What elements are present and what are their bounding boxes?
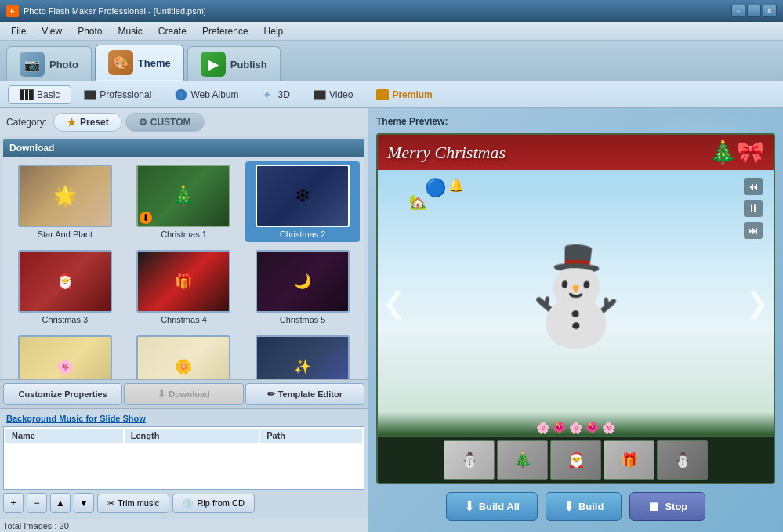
- theme-thumb-y2: 🌼: [136, 335, 230, 379]
- custom-icon: ⚙: [139, 117, 147, 128]
- tab-photo-label: Photo: [49, 59, 78, 71]
- menu-music[interactable]: Music: [111, 24, 150, 38]
- film-thumb-5: ⛄: [657, 440, 708, 480]
- theme-item-xmas4[interactable]: 🎁 Christmas 4: [127, 247, 241, 328]
- theme-item-xmas1[interactable]: 🎄 ⬇ Christmas 1: [127, 161, 241, 242]
- music-up-button[interactable]: ▲: [50, 493, 71, 513]
- publish-icon: ▶: [201, 52, 226, 77]
- left-panel: Category: ★ Preset ⚙ CUSTOM Download 🌟: [0, 108, 368, 532]
- total-images: Total Images : 20: [0, 519, 368, 532]
- tab-publish[interactable]: ▶ Publish: [187, 46, 281, 81]
- music-section: Background Music for Slide Show Name Len…: [0, 408, 368, 519]
- theme-thumb-xmas5: 🌙: [256, 250, 350, 313]
- build-icon: ⬇: [564, 499, 574, 514]
- holly-decoration: 🎄🎀: [709, 139, 764, 165]
- download-button[interactable]: ⬇ Download: [124, 383, 243, 405]
- star3d-icon: ✦: [263, 89, 275, 101]
- snowman-area: ❮ ⛄ 🔵 🏡 🔔 ❯ ⏮ ⏸ ⏭: [378, 170, 774, 436]
- bottom-decoration: 🌸 🌺 🌸 🌺 🌸: [378, 412, 774, 436]
- build-button[interactable]: ⬇ Build: [546, 492, 622, 521]
- menu-file[interactable]: File: [3, 24, 34, 38]
- menu-create[interactable]: Create: [150, 24, 194, 38]
- ornament3: 🔔: [448, 178, 464, 193]
- custom-tab[interactable]: ⚙ CUSTOM: [125, 113, 205, 132]
- subtab-professional[interactable]: Professional: [73, 86, 162, 103]
- download-header: Download: [3, 139, 364, 157]
- theme-thumb-xmas1: 🎄 ⬇: [136, 165, 230, 227]
- ornament1: 🔵: [425, 178, 446, 198]
- build-all-icon: ⬇: [464, 499, 474, 514]
- theme-item-y1[interactable]: 🌸: [8, 332, 122, 379]
- music-down-button[interactable]: ▼: [74, 493, 94, 513]
- theme-name-xmas4: Christmas 4: [161, 315, 207, 324]
- customize-properties-button[interactable]: Customize Properties: [3, 383, 122, 405]
- subtab-webalbum-label: Web Album: [190, 89, 238, 100]
- next-button[interactable]: ❯: [745, 287, 769, 320]
- subtab-premium[interactable]: Premium: [365, 86, 443, 103]
- minimize-button[interactable]: −: [731, 5, 745, 17]
- theme-name-xmas2: Christmas 2: [280, 230, 326, 239]
- maximize-button[interactable]: □: [747, 5, 761, 17]
- xmas-preview: Merry Christmas 🎄🎀 ❮ ⛄ 🔵 🏡 🔔: [378, 135, 774, 483]
- template-editor-button[interactable]: ✏ Template Editor: [245, 383, 364, 405]
- theme-item-starplant[interactable]: 🌟 Star And Plant: [8, 161, 122, 242]
- theme-name-xmas5: Christmas 5: [280, 315, 326, 324]
- menu-view[interactable]: View: [34, 24, 70, 38]
- piano-icon: [20, 89, 34, 100]
- custom-tab-label: CUSTOM: [150, 117, 191, 128]
- sub-tabs: Basic Professional Web Album ✦ 3D Video …: [0, 81, 783, 108]
- music-table: Name Length Path: [3, 426, 364, 490]
- music-remove-button[interactable]: −: [27, 493, 47, 513]
- music-col-path: Path: [260, 429, 362, 443]
- theme-name-xmas3: Christmas 3: [42, 315, 88, 324]
- theme-item-xmas5[interactable]: 🌙 Christmas 5: [245, 247, 360, 328]
- subtab-video-label: Video: [329, 89, 353, 100]
- star-icon: ★: [67, 116, 77, 128]
- titlebar: F Photo Flash Maker Professional - [Unti…: [0, 0, 783, 22]
- theme-thumb-xmas2: ❄: [256, 165, 350, 227]
- menu-help[interactable]: Help: [256, 24, 292, 38]
- theme-grid: 🌟 Star And Plant 🎄 ⬇ Christmas 1 ❄ Chri: [3, 157, 364, 379]
- media-controls: ⏮ ⏸ ⏭: [744, 178, 763, 239]
- download-icon: ⬇: [158, 389, 165, 400]
- preset-tab[interactable]: ★ Preset: [53, 113, 122, 132]
- theme-item-y3[interactable]: ✨: [245, 332, 360, 379]
- music-col-name: Name: [5, 429, 123, 443]
- skip-end-button[interactable]: ⏭: [744, 222, 763, 239]
- stop-button[interactable]: ⏹ Stop: [629, 492, 705, 521]
- music-col-length: Length: [125, 429, 259, 443]
- subtab-basic[interactable]: Basic: [8, 85, 71, 104]
- snowman-graphic: ⛄: [517, 248, 635, 342]
- subtab-3d[interactable]: ✦ 3D: [252, 85, 301, 104]
- menu-preference[interactable]: Preference: [194, 24, 256, 38]
- close-button[interactable]: ✕: [763, 5, 777, 17]
- music-add-button[interactable]: +: [3, 493, 24, 513]
- theme-item-y2[interactable]: 🌼: [127, 332, 241, 379]
- prev-button[interactable]: ❮: [382, 287, 406, 320]
- xmas-title: Merry Christmas: [387, 143, 506, 163]
- preview-frame: Merry Christmas 🎄🎀 ❮ ⛄ 🔵 🏡 🔔: [376, 133, 775, 484]
- subtab-video[interactable]: Video: [303, 86, 364, 103]
- build-all-button[interactable]: ⬇ Build All: [446, 492, 538, 521]
- film-icon: [84, 90, 96, 100]
- theme-item-xmas3[interactable]: 🎅 Christmas 3: [8, 247, 122, 328]
- trim-music-button[interactable]: ✂ Trim music: [97, 494, 169, 513]
- tab-photo[interactable]: 📷 Photo: [6, 46, 92, 81]
- theme-preview-label: Theme Preview:: [376, 116, 775, 127]
- filmstrip: ⛄ 🎄 🎅 🎁 ⛄: [378, 436, 774, 483]
- menu-photo[interactable]: Photo: [70, 24, 110, 38]
- theme-grid-container[interactable]: Download 🌟 Star And Plant 🎄 ⬇ Christmas …: [0, 136, 368, 379]
- preset-custom-tabs: ★ Preset ⚙ CUSTOM: [53, 113, 361, 132]
- theme-item-xmas2[interactable]: ❄ Christmas 2: [245, 161, 360, 242]
- cd-icon: 💿: [183, 498, 194, 508]
- pause-button[interactable]: ⏸: [744, 200, 763, 217]
- tab-theme[interactable]: 🎨 Theme: [95, 45, 184, 81]
- subtab-webalbum[interactable]: Web Album: [164, 85, 249, 104]
- xmas-body: ❮ ⛄ 🔵 🏡 🔔 ❯ ⏮ ⏸ ⏭: [378, 170, 774, 436]
- subtab-professional-label: Professional: [100, 89, 151, 100]
- bottom-buttons: Customize Properties ⬇ Download ✏ Templa…: [0, 379, 368, 408]
- rip-from-cd-button[interactable]: 💿 Rip from CD: [172, 494, 255, 513]
- skip-start-button[interactable]: ⏮: [744, 178, 763, 195]
- trim-icon: ✂: [107, 498, 114, 508]
- theme-thumb-xmas4: 🎁: [136, 250, 230, 313]
